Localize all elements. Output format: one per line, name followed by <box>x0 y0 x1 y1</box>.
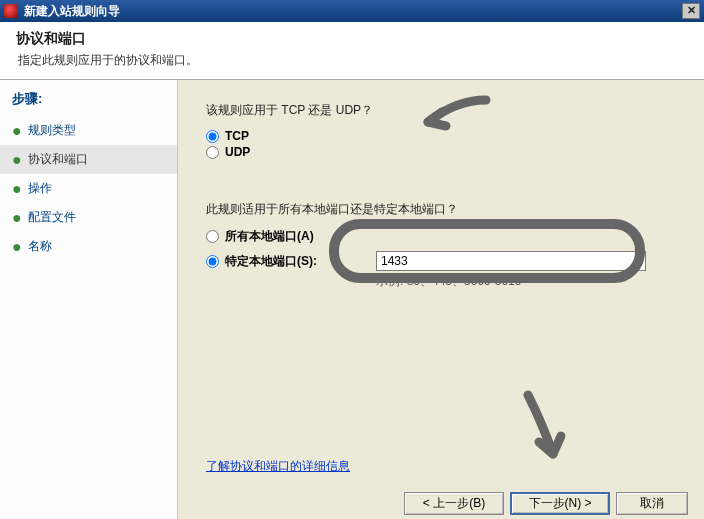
radio-tcp-label: TCP <box>225 129 249 143</box>
learn-more-link[interactable]: 了解协议和端口的详细信息 <box>206 458 350 475</box>
close-button[interactable]: ✕ <box>682 3 700 19</box>
radio-specific-ports-label: 特定本地端口(S): <box>225 253 317 270</box>
step-rule-type[interactable]: ● 规则类型 <box>0 116 177 145</box>
radio-udp-label: UDP <box>225 145 250 159</box>
port-example: 示例: 80、443、5000-5010 <box>376 273 676 290</box>
step-label: 协议和端口 <box>28 151 88 168</box>
window-title: 新建入站规则向导 <box>24 3 682 20</box>
cancel-button[interactable]: 取消 <box>616 492 688 515</box>
main-panel: 该规则应用于 TCP 还是 UDP？ TCP UDP 此规则适用于所有本地端口还… <box>178 80 704 519</box>
step-label: 名称 <box>28 238 52 255</box>
steps-sidebar: 步骤: ● 规则类型 ● 协议和端口 ● 操作 ● 配置文件 ● 名称 <box>0 80 178 519</box>
step-label: 操作 <box>28 180 52 197</box>
radio-udp[interactable] <box>206 146 219 159</box>
step-profile[interactable]: ● 配置文件 <box>0 203 177 232</box>
radio-all-ports-label: 所有本地端口(A) <box>225 228 314 245</box>
wizard-footer: < 上一步(B) 下一步(N) > 取消 <box>404 492 688 515</box>
bullet-icon: ● <box>12 210 22 226</box>
page-subtitle: 指定此规则应用于的协议和端口。 <box>18 52 688 69</box>
step-label: 规则类型 <box>28 122 76 139</box>
question-protocol: 该规则应用于 TCP 还是 UDP？ <box>206 102 676 119</box>
bullet-icon: ● <box>12 181 22 197</box>
page-title: 协议和端口 <box>16 30 688 48</box>
wizard-header: 协议和端口 指定此规则应用于的协议和端口。 <box>0 22 704 80</box>
question-ports: 此规则适用于所有本地端口还是特定本地端口？ <box>206 201 676 218</box>
step-label: 配置文件 <box>28 209 76 226</box>
app-icon <box>4 4 18 18</box>
back-button[interactable]: < 上一步(B) <box>404 492 504 515</box>
radio-all-ports[interactable] <box>206 230 219 243</box>
annotation-arrow-next <box>513 390 573 470</box>
next-button[interactable]: 下一步(N) > <box>510 492 610 515</box>
titlebar: 新建入站规则向导 ✕ <box>0 0 704 22</box>
step-name[interactable]: ● 名称 <box>0 232 177 261</box>
radio-tcp[interactable] <box>206 130 219 143</box>
bullet-icon: ● <box>12 152 22 168</box>
step-protocol-ports[interactable]: ● 协议和端口 <box>0 145 177 174</box>
step-action[interactable]: ● 操作 <box>0 174 177 203</box>
bullet-icon: ● <box>12 239 22 255</box>
steps-label: 步骤: <box>0 90 177 116</box>
radio-specific-ports[interactable] <box>206 255 219 268</box>
bullet-icon: ● <box>12 123 22 139</box>
port-input[interactable] <box>376 251 646 271</box>
